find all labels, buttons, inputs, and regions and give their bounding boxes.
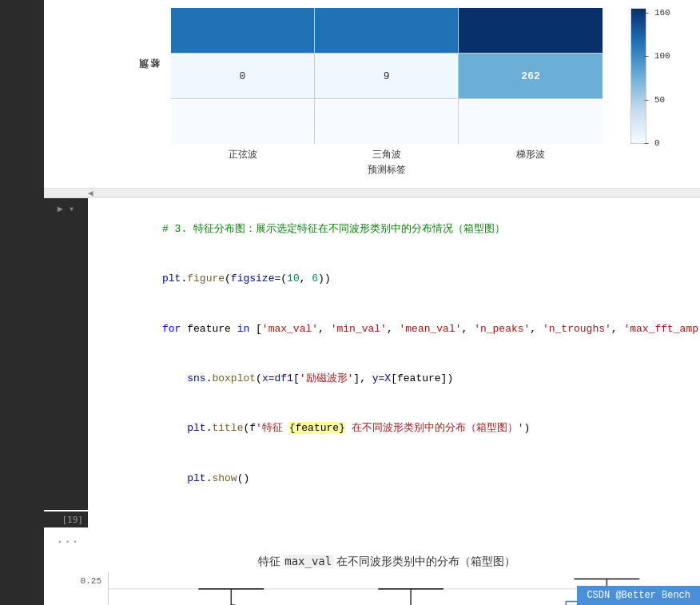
notebook-sidebar xyxy=(0,0,44,605)
cell-dots: ... xyxy=(56,531,79,546)
heatmap-cell: 9 xyxy=(315,54,458,98)
colorbar-tick-1: – 160 xyxy=(644,8,670,18)
heatmap-cell xyxy=(171,8,314,53)
colorbar-tick-2: – 100 xyxy=(644,51,670,61)
code-line-5: plt.show() xyxy=(100,454,700,504)
x-label-1: 正弦波 xyxy=(229,148,257,161)
notebook-main: 预测标签 0 9 262 xyxy=(44,0,700,605)
heatmap-cell xyxy=(315,8,458,53)
chart-title: 特征 max_val 在不同波形类别中的分布（箱型图） xyxy=(52,555,700,569)
colorbar-tick-4: – 0 xyxy=(644,138,670,148)
csdn-badge: CSDN @Better Bench xyxy=(577,586,700,605)
run-button[interactable]: ▶ ▾ xyxy=(58,203,75,215)
x-axis-title: 预测标签 xyxy=(171,163,603,177)
x-axis-labels: 正弦波 三角波 梯形波 xyxy=(171,148,603,161)
y-tick-3: 0.25 xyxy=(81,576,101,586)
code-body: # 3. 特征分布图：展示选定特征在不同波形类别中的分布情况（箱型图） plt.… xyxy=(88,198,700,510)
colorbar-tick-3: – 50 xyxy=(644,95,670,105)
heatmap-grid: 0 9 262 正弦波 三角波 梯形波 预测标签 xyxy=(171,8,603,144)
code-line-4: plt.title(f'特征 {feature} 在不同波形类别中的分布（箱型图… xyxy=(100,404,700,454)
output-gutter: [19] xyxy=(44,511,88,527)
code-line-1: plt.figure(figsize=(10, 6)) xyxy=(100,254,700,304)
code-gutter: ▶ ▾ xyxy=(44,198,88,510)
chart-title-code: max_val xyxy=(283,555,333,567)
code-cell: ▶ ▾ # 3. 特征分布图：展示选定特征在不同波形类别中的分布情况（箱型图） … xyxy=(44,197,700,510)
heatmap-cell xyxy=(459,8,602,53)
x-label-2: 三角波 xyxy=(372,148,401,161)
top-chart-cell: 预测标签 0 9 262 xyxy=(44,0,700,188)
cell-dots-row: ... xyxy=(44,529,700,548)
colorbar-ticks: – 160 – 100 – 50 – 0 xyxy=(644,8,670,148)
csdn-badge-text: CSDN @Better Bench xyxy=(587,590,690,601)
code-comment: # 3. 特征分布图：展示选定特征在不同波形类别中的分布情况（箱型图） xyxy=(100,205,700,254)
code-line-2: for feature in ['max_val', 'min_val', 'm… xyxy=(100,304,700,354)
y-axis-area: 0.25 0.20 0.15 – max_val xyxy=(52,572,108,605)
collapse-arrow[interactable]: ◀ xyxy=(88,188,93,198)
x-label-3: 梯形波 xyxy=(516,148,545,161)
heatmap-cell xyxy=(459,99,602,144)
separator-bar: ◀ xyxy=(44,188,700,197)
page-container: 预测标签 0 9 262 xyxy=(0,0,700,605)
output-row: [19] xyxy=(44,510,700,529)
heatmap-cell: 262 xyxy=(459,54,602,98)
code-line-3: sns.boxplot(x=df1['励磁波形'], y=X[feature]) xyxy=(100,354,700,404)
cell-number: [19] xyxy=(62,515,84,525)
heatmap-cell: 0 xyxy=(171,54,314,98)
heatmap-cell xyxy=(315,99,458,144)
heatmap-cell xyxy=(171,99,314,144)
